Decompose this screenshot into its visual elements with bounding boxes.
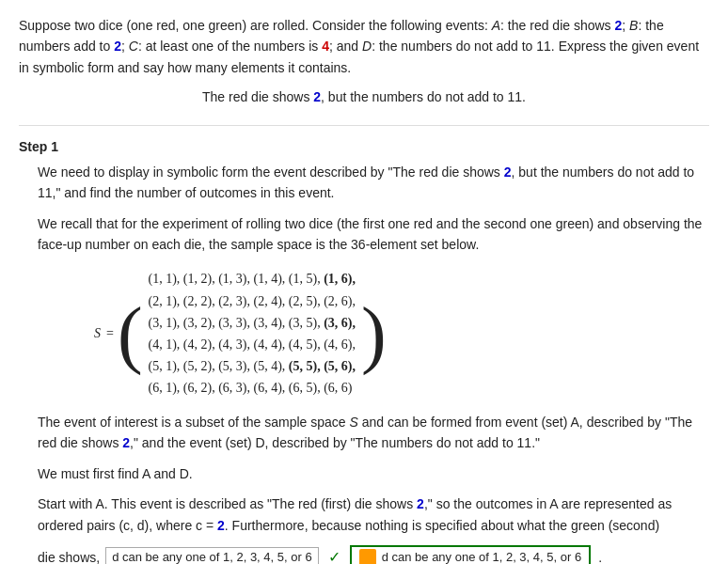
centered-highlight: 2	[313, 89, 321, 104]
feedback-text: d can be any one of 1, 2, 3, 4, 5, or 6	[382, 550, 581, 564]
answer-row: die shows, d can be any one of 1, 2, 3, …	[38, 545, 709, 564]
step-content: We need to display in symbolic form the …	[38, 162, 709, 564]
equals-sign: =	[106, 326, 114, 341]
feedback-icon	[359, 549, 376, 564]
para1-highlight: 2	[504, 164, 512, 180]
matrix-row: (5, 1), (5, 2), (5, 3), (5, 4), (5, 5), …	[149, 355, 356, 377]
matrix-row: (6, 1), (6, 2), (6, 3), (6, 4), (6, 5), …	[149, 377, 356, 399]
step-label: Step 1	[19, 139, 709, 154]
step1-section: Step 1 We need to display in symbolic fo…	[19, 139, 709, 564]
step1-para3: The event of interest is a subset of the…	[38, 412, 709, 454]
divider	[19, 125, 709, 126]
highlight-C: 4	[322, 39, 329, 54]
bracket-right: )	[361, 296, 387, 371]
centered-statement: The red die shows 2, but the numbers do …	[19, 87, 709, 108]
highlight-B: 2	[114, 39, 121, 54]
period: .	[598, 550, 602, 564]
matrix-container: S = ( (1, 1), (1, 2), (1, 3), (1, 4), (1…	[94, 268, 709, 399]
para5-highlight: 2	[417, 496, 424, 511]
step1-para4: We must first find A and D.	[38, 463, 709, 484]
intro-block: Suppose two dice (one red, one green) ar…	[19, 15, 709, 108]
answer-input-box[interactable]: d can be any one of 1, 2, 3, 4, 5, or 6	[105, 547, 318, 564]
matrix-row: (3, 1), (3, 2), (3, 3), (3, 4), (3, 5), …	[149, 312, 356, 334]
step1-para5: Start with A. This event is described as…	[38, 494, 709, 536]
matrix-row: (2, 1), (2, 2), (2, 3), (2, 4), (2, 5), …	[149, 290, 356, 312]
highlight-A: 2	[615, 18, 623, 33]
matrix-row: (4, 1), (4, 2), (4, 3), (4, 4), (4, 5), …	[149, 334, 356, 355]
intro-text: Suppose two dice (one red, one green) ar…	[19, 15, 709, 78]
para5-c: 2	[217, 518, 225, 533]
bracket-left: (	[118, 296, 143, 371]
step1-para1: We need to display in symbolic form the …	[38, 162, 709, 204]
step1-para2: We recall that for the experiment of rol…	[38, 213, 709, 256]
answer-prefix: die shows,	[38, 550, 100, 564]
para3-highlight: 2	[122, 435, 130, 450]
matrix-row: (1, 1), (1, 2), (1, 3), (1, 4), (1, 5), …	[149, 268, 356, 290]
matrix-rows: (1, 1), (1, 2), (1, 3), (1, 4), (1, 5), …	[149, 268, 356, 399]
answer-feedback-box: d can be any one of 1, 2, 3, 4, 5, or 6	[350, 545, 591, 564]
checkmark-icon: ✓	[328, 548, 340, 564]
s-label: S	[94, 326, 101, 341]
answer-input-text: d can be any one of 1, 2, 3, 4, 5, or 6	[112, 550, 311, 564]
